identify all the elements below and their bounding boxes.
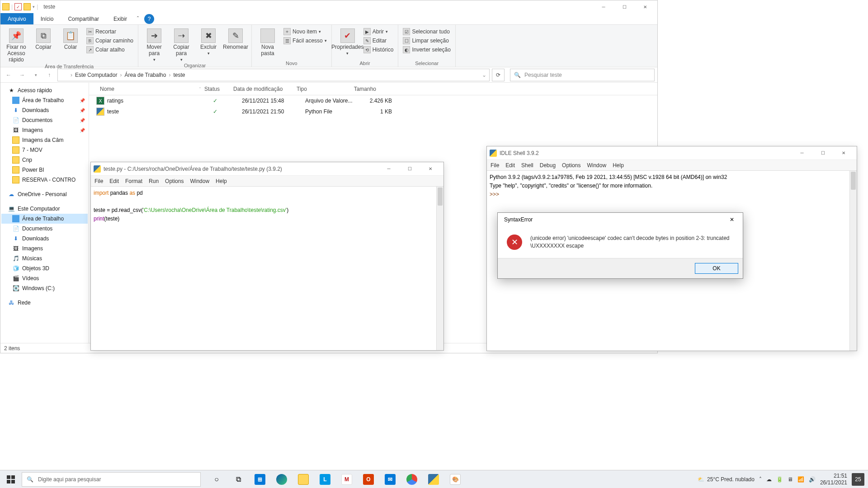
col-name[interactable]: Nome	[96, 86, 205, 92]
col-type[interactable]: Tipo	[293, 86, 344, 92]
tree-quickaccess[interactable]: ★Acesso rápido	[1, 85, 88, 95]
recent-dropdown-icon[interactable]: ▾	[30, 70, 41, 80]
invertselection-button[interactable]: ◐Inverter seleção	[402, 46, 451, 54]
breadcrumb-item[interactable]: Este Computador›	[75, 72, 122, 78]
tree-item[interactable]: Power BI	[1, 165, 88, 175]
menu-options[interactable]: Options	[165, 178, 184, 184]
tree-item[interactable]: RESERVA - CONTRO	[1, 175, 88, 185]
minimize-button[interactable]: ─	[792, 147, 812, 160]
minimize-button[interactable]: ─	[378, 163, 399, 175]
edit-button[interactable]: ✎Editar	[363, 37, 395, 45]
tab-home[interactable]: Início	[33, 13, 61, 24]
col-status[interactable]: Status	[201, 86, 230, 92]
breadcrumb-item[interactable]: Área de Trabalho›	[124, 72, 170, 78]
search-input[interactable]: 🔍 Pesquisar teste	[510, 69, 655, 81]
tree-item[interactable]: 🎵Músicas	[1, 253, 88, 263]
close-button[interactable]: ✕	[420, 163, 441, 175]
copy-button[interactable]: ⧉Copiar	[31, 27, 56, 50]
menu-help[interactable]: Help	[216, 178, 227, 184]
file-row[interactable]: X ratings ✓ 26/11/2021 15:48 Arquivo de …	[89, 95, 657, 106]
check-icon[interactable]: ✓	[14, 3, 22, 10]
paste-button[interactable]: 📋Colar	[58, 27, 83, 50]
tree-onedrive[interactable]: ☁OneDrive - Personal	[1, 189, 88, 199]
cut-button[interactable]: ✂Recortar	[85, 28, 134, 36]
taskbar-app-office[interactable]: O	[358, 470, 379, 488]
taskbar-app-paint[interactable]: 🎨	[445, 470, 466, 488]
tree-network[interactable]: 🖧Rede	[1, 298, 88, 308]
taskbar-app-mcafee[interactable]: M	[336, 470, 357, 488]
tree-item[interactable]: 🖼Imagens	[1, 244, 88, 253]
clock[interactable]: 21:51 26/11/2021	[820, 473, 847, 486]
properties-button[interactable]: ✔Propriedades▾	[335, 27, 360, 56]
tray-volume-icon[interactable]: 🔊	[809, 476, 816, 483]
tray-network-icon[interactable]: 🖥	[788, 476, 793, 483]
nav-tree[interactable]: ★Acesso rápido Área de Trabalho📌 ⬇Downlo…	[0, 83, 89, 343]
tree-item[interactable]: 7 - MOV	[1, 145, 88, 155]
tree-item[interactable]: 📄Documentos📌	[1, 115, 88, 125]
newitem-button[interactable]: ＋Novo item▾	[283, 28, 328, 36]
close-button[interactable]: ✕	[635, 0, 656, 13]
breadcrumb-item[interactable]: teste	[173, 72, 185, 78]
tree-item[interactable]: Imagens da Câm	[1, 135, 88, 145]
selectnone-button[interactable]: ☐Limpar seleção	[402, 37, 451, 45]
tab-file[interactable]: Arquivo	[0, 13, 33, 24]
tray-onedrive-icon[interactable]: ☁	[766, 476, 772, 483]
menu-options[interactable]: Options	[562, 162, 580, 169]
ribbon-collapse-icon[interactable]: ˆ	[134, 13, 142, 24]
menu-debug[interactable]: Debug	[540, 162, 556, 169]
chevron-down-icon[interactable]: ⌄	[482, 72, 486, 78]
menu-shell[interactable]: Shell	[521, 162, 533, 169]
menu-window[interactable]: Window	[190, 178, 209, 184]
taskbar-app-edge[interactable]	[271, 470, 292, 488]
copyto-button[interactable]: ⇢Copiar para▾	[169, 27, 193, 62]
menu-window[interactable]: Window	[587, 162, 606, 169]
taskbar-app-explorer[interactable]	[293, 470, 314, 488]
easyaccess-button[interactable]: ☰Fácil acesso▾	[283, 37, 328, 45]
scrollbar[interactable]	[849, 171, 857, 351]
file-row[interactable]: teste ✓ 26/11/2021 21:50 Python File 1 K…	[89, 106, 657, 117]
menu-format[interactable]: Format	[125, 178, 142, 184]
qat-dropdown-icon[interactable]: ▾	[33, 5, 35, 9]
col-size[interactable]: Tamanho	[344, 86, 380, 92]
moveto-button[interactable]: ➔Mover para▾	[142, 27, 166, 62]
tray-wifi-icon[interactable]: 📶	[797, 476, 804, 483]
forward-button[interactable]: →	[17, 70, 28, 80]
tray-chevron-icon[interactable]: ˄	[759, 476, 762, 483]
maximize-button[interactable]: ☐	[399, 163, 420, 175]
col-modified[interactable]: Data de modificação	[230, 86, 293, 92]
menu-file[interactable]: File	[491, 162, 499, 169]
address-bar[interactable]: › Este Computador› Área de Trabalho› tes…	[57, 69, 490, 81]
cortana-button[interactable]: ○	[206, 470, 227, 488]
tray-battery-icon[interactable]: 🔋	[776, 476, 783, 483]
taskbar-app-idle[interactable]	[423, 470, 444, 488]
newfolder-button[interactable]: Nova pasta	[255, 27, 280, 56]
tree-item[interactable]: ⬇Downloads📌	[1, 105, 88, 115]
close-button[interactable]: ✕	[725, 214, 739, 225]
tree-item[interactable]: 🧊Objetos 3D	[1, 263, 88, 273]
weather-widget[interactable]: ⛅ 25°C Pred. nublado	[698, 476, 755, 483]
notifications-button[interactable]: 25	[852, 473, 864, 486]
ok-button[interactable]: OK	[695, 263, 738, 274]
up-button[interactable]: ↑	[44, 70, 55, 80]
menu-help[interactable]: Help	[613, 162, 624, 169]
maximize-button[interactable]: ☐	[614, 0, 635, 13]
tree-item[interactable]: 💽Windows (C:)	[1, 283, 88, 293]
scroll-thumb[interactable]	[851, 172, 856, 190]
taskview-button[interactable]: ⧉	[228, 470, 249, 488]
menu-edit[interactable]: Edit	[505, 162, 515, 169]
taskbar-app-chrome[interactable]	[401, 470, 422, 488]
close-button[interactable]: ✕	[833, 147, 854, 160]
back-button[interactable]: ←	[3, 70, 14, 80]
start-button[interactable]	[0, 470, 22, 488]
open-button[interactable]: ▶Abrir▾	[363, 28, 395, 36]
tree-item[interactable]: 🖼Imagens📌	[1, 125, 88, 135]
copypath-button[interactable]: ⎘Copiar caminho	[85, 37, 134, 45]
tab-view[interactable]: Exibir	[106, 13, 134, 24]
refresh-button[interactable]: ⟳	[492, 69, 505, 81]
tree-item[interactable]: 🎬Vídeos	[1, 273, 88, 283]
taskbar-app[interactable]: ⊞	[250, 470, 270, 488]
help-icon[interactable]: ?	[144, 14, 154, 24]
tree-item[interactable]: Cnp	[1, 155, 88, 165]
code-editor[interactable]: import pandas as pd teste = pd.read_csv(…	[91, 187, 443, 350]
rename-button[interactable]: ✎Renomear	[223, 27, 248, 50]
